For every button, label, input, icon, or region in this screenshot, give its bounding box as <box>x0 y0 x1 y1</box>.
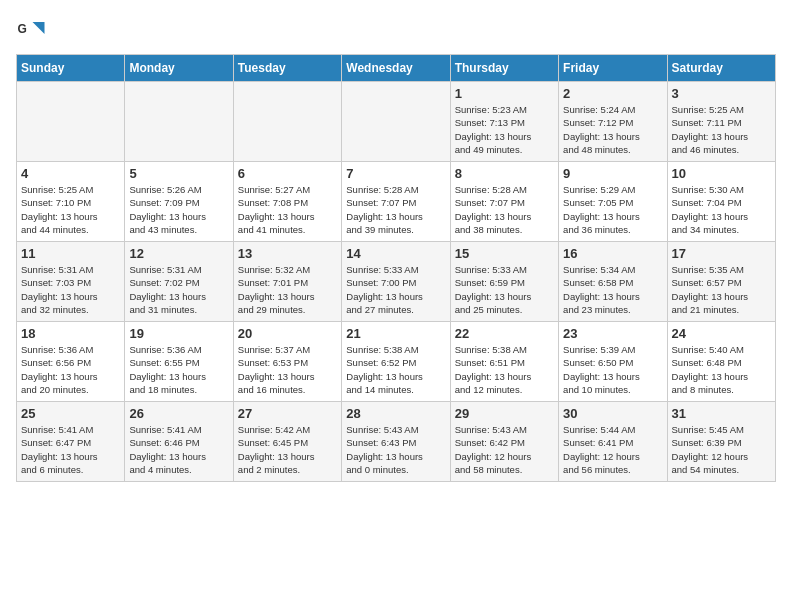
calendar-cell: 8Sunrise: 5:28 AM Sunset: 7:07 PM Daylig… <box>450 162 558 242</box>
day-info: Sunrise: 5:43 AM Sunset: 6:43 PM Dayligh… <box>346 423 445 476</box>
calendar-cell: 5Sunrise: 5:26 AM Sunset: 7:09 PM Daylig… <box>125 162 233 242</box>
calendar-cell <box>233 82 341 162</box>
calendar-cell: 7Sunrise: 5:28 AM Sunset: 7:07 PM Daylig… <box>342 162 450 242</box>
day-number: 16 <box>563 246 662 261</box>
calendar-cell: 3Sunrise: 5:25 AM Sunset: 7:11 PM Daylig… <box>667 82 775 162</box>
day-info: Sunrise: 5:44 AM Sunset: 6:41 PM Dayligh… <box>563 423 662 476</box>
day-info: Sunrise: 5:28 AM Sunset: 7:07 PM Dayligh… <box>455 183 554 236</box>
calendar-cell: 28Sunrise: 5:43 AM Sunset: 6:43 PM Dayli… <box>342 402 450 482</box>
day-number: 13 <box>238 246 337 261</box>
calendar-cell: 20Sunrise: 5:37 AM Sunset: 6:53 PM Dayli… <box>233 322 341 402</box>
calendar-cell <box>17 82 125 162</box>
svg-marker-1 <box>33 22 45 34</box>
day-info: Sunrise: 5:25 AM Sunset: 7:11 PM Dayligh… <box>672 103 771 156</box>
calendar-cell <box>342 82 450 162</box>
header-wednesday: Wednesday <box>342 55 450 82</box>
calendar-cell: 17Sunrise: 5:35 AM Sunset: 6:57 PM Dayli… <box>667 242 775 322</box>
calendar-cell: 18Sunrise: 5:36 AM Sunset: 6:56 PM Dayli… <box>17 322 125 402</box>
day-number: 27 <box>238 406 337 421</box>
day-number: 10 <box>672 166 771 181</box>
calendar-cell: 11Sunrise: 5:31 AM Sunset: 7:03 PM Dayli… <box>17 242 125 322</box>
day-info: Sunrise: 5:41 AM Sunset: 6:46 PM Dayligh… <box>129 423 228 476</box>
day-number: 1 <box>455 86 554 101</box>
day-number: 7 <box>346 166 445 181</box>
calendar-week-2: 4Sunrise: 5:25 AM Sunset: 7:10 PM Daylig… <box>17 162 776 242</box>
calendar-cell: 25Sunrise: 5:41 AM Sunset: 6:47 PM Dayli… <box>17 402 125 482</box>
day-number: 12 <box>129 246 228 261</box>
calendar-cell: 13Sunrise: 5:32 AM Sunset: 7:01 PM Dayli… <box>233 242 341 322</box>
page-header: G <box>16 16 776 46</box>
calendar-week-5: 25Sunrise: 5:41 AM Sunset: 6:47 PM Dayli… <box>17 402 776 482</box>
day-number: 9 <box>563 166 662 181</box>
day-number: 23 <box>563 326 662 341</box>
day-number: 17 <box>672 246 771 261</box>
calendar-cell: 27Sunrise: 5:42 AM Sunset: 6:45 PM Dayli… <box>233 402 341 482</box>
day-info: Sunrise: 5:29 AM Sunset: 7:05 PM Dayligh… <box>563 183 662 236</box>
day-number: 22 <box>455 326 554 341</box>
day-info: Sunrise: 5:43 AM Sunset: 6:42 PM Dayligh… <box>455 423 554 476</box>
calendar-cell: 30Sunrise: 5:44 AM Sunset: 6:41 PM Dayli… <box>559 402 667 482</box>
calendar-cell: 15Sunrise: 5:33 AM Sunset: 6:59 PM Dayli… <box>450 242 558 322</box>
day-number: 25 <box>21 406 120 421</box>
day-info: Sunrise: 5:36 AM Sunset: 6:56 PM Dayligh… <box>21 343 120 396</box>
day-number: 15 <box>455 246 554 261</box>
day-number: 4 <box>21 166 120 181</box>
day-info: Sunrise: 5:34 AM Sunset: 6:58 PM Dayligh… <box>563 263 662 316</box>
day-info: Sunrise: 5:24 AM Sunset: 7:12 PM Dayligh… <box>563 103 662 156</box>
calendar-cell <box>125 82 233 162</box>
day-number: 2 <box>563 86 662 101</box>
day-number: 14 <box>346 246 445 261</box>
header-friday: Friday <box>559 55 667 82</box>
day-number: 6 <box>238 166 337 181</box>
day-info: Sunrise: 5:27 AM Sunset: 7:08 PM Dayligh… <box>238 183 337 236</box>
day-info: Sunrise: 5:35 AM Sunset: 6:57 PM Dayligh… <box>672 263 771 316</box>
day-info: Sunrise: 5:28 AM Sunset: 7:07 PM Dayligh… <box>346 183 445 236</box>
header-thursday: Thursday <box>450 55 558 82</box>
calendar-cell: 24Sunrise: 5:40 AM Sunset: 6:48 PM Dayli… <box>667 322 775 402</box>
logo: G <box>16 16 50 46</box>
day-number: 5 <box>129 166 228 181</box>
day-info: Sunrise: 5:33 AM Sunset: 6:59 PM Dayligh… <box>455 263 554 316</box>
calendar-cell: 14Sunrise: 5:33 AM Sunset: 7:00 PM Dayli… <box>342 242 450 322</box>
logo-icon: G <box>16 16 46 46</box>
calendar-header-row: SundayMondayTuesdayWednesdayThursdayFrid… <box>17 55 776 82</box>
day-number: 19 <box>129 326 228 341</box>
calendar-cell: 19Sunrise: 5:36 AM Sunset: 6:55 PM Dayli… <box>125 322 233 402</box>
day-number: 31 <box>672 406 771 421</box>
day-info: Sunrise: 5:25 AM Sunset: 7:10 PM Dayligh… <box>21 183 120 236</box>
calendar-table: SundayMondayTuesdayWednesdayThursdayFrid… <box>16 54 776 482</box>
day-info: Sunrise: 5:45 AM Sunset: 6:39 PM Dayligh… <box>672 423 771 476</box>
day-number: 20 <box>238 326 337 341</box>
day-number: 21 <box>346 326 445 341</box>
svg-text:G: G <box>18 22 27 36</box>
day-info: Sunrise: 5:32 AM Sunset: 7:01 PM Dayligh… <box>238 263 337 316</box>
day-info: Sunrise: 5:31 AM Sunset: 7:03 PM Dayligh… <box>21 263 120 316</box>
calendar-cell: 12Sunrise: 5:31 AM Sunset: 7:02 PM Dayli… <box>125 242 233 322</box>
day-number: 18 <box>21 326 120 341</box>
calendar-week-4: 18Sunrise: 5:36 AM Sunset: 6:56 PM Dayli… <box>17 322 776 402</box>
calendar-cell: 23Sunrise: 5:39 AM Sunset: 6:50 PM Dayli… <box>559 322 667 402</box>
day-info: Sunrise: 5:41 AM Sunset: 6:47 PM Dayligh… <box>21 423 120 476</box>
day-info: Sunrise: 5:40 AM Sunset: 6:48 PM Dayligh… <box>672 343 771 396</box>
day-info: Sunrise: 5:36 AM Sunset: 6:55 PM Dayligh… <box>129 343 228 396</box>
day-info: Sunrise: 5:39 AM Sunset: 6:50 PM Dayligh… <box>563 343 662 396</box>
day-info: Sunrise: 5:33 AM Sunset: 7:00 PM Dayligh… <box>346 263 445 316</box>
calendar-cell: 6Sunrise: 5:27 AM Sunset: 7:08 PM Daylig… <box>233 162 341 242</box>
calendar-week-3: 11Sunrise: 5:31 AM Sunset: 7:03 PM Dayli… <box>17 242 776 322</box>
calendar-cell: 26Sunrise: 5:41 AM Sunset: 6:46 PM Dayli… <box>125 402 233 482</box>
day-number: 30 <box>563 406 662 421</box>
calendar-cell: 29Sunrise: 5:43 AM Sunset: 6:42 PM Dayli… <box>450 402 558 482</box>
day-number: 28 <box>346 406 445 421</box>
day-info: Sunrise: 5:38 AM Sunset: 6:51 PM Dayligh… <box>455 343 554 396</box>
day-number: 3 <box>672 86 771 101</box>
calendar-cell: 10Sunrise: 5:30 AM Sunset: 7:04 PM Dayli… <box>667 162 775 242</box>
day-info: Sunrise: 5:42 AM Sunset: 6:45 PM Dayligh… <box>238 423 337 476</box>
calendar-cell: 31Sunrise: 5:45 AM Sunset: 6:39 PM Dayli… <box>667 402 775 482</box>
day-number: 11 <box>21 246 120 261</box>
calendar-cell: 1Sunrise: 5:23 AM Sunset: 7:13 PM Daylig… <box>450 82 558 162</box>
day-info: Sunrise: 5:23 AM Sunset: 7:13 PM Dayligh… <box>455 103 554 156</box>
calendar-body: 1Sunrise: 5:23 AM Sunset: 7:13 PM Daylig… <box>17 82 776 482</box>
day-number: 8 <box>455 166 554 181</box>
calendar-cell: 22Sunrise: 5:38 AM Sunset: 6:51 PM Dayli… <box>450 322 558 402</box>
header-sunday: Sunday <box>17 55 125 82</box>
